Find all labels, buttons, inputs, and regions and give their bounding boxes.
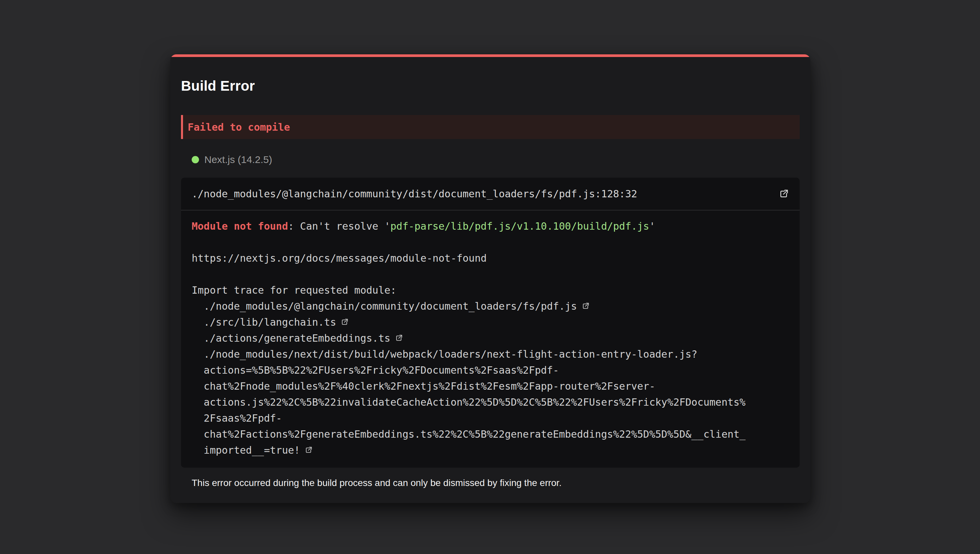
- trace-file-path: ./actions/generateEmbeddings.ts: [204, 332, 390, 344]
- error-message-prefix: : Can't resolve ': [288, 220, 390, 232]
- source-file-header: ./node_modules/@langchain/community/dist…: [181, 178, 800, 210]
- error-output: Module not found: Can't resolve 'pdf-par…: [181, 210, 800, 468]
- environment-row: Next.js (14.2.5): [181, 154, 800, 166]
- external-link-icon[interactable]: [340, 318, 348, 326]
- external-link-icon[interactable]: [395, 334, 403, 342]
- trace-file-path: ./src/lib/langchain.ts: [204, 316, 336, 328]
- trace-item: ./node_modules/@langchain/community/docu…: [192, 298, 789, 314]
- compile-status-banner: Failed to compile: [181, 115, 800, 139]
- docs-url: https://nextjs.org/docs/messages/module-…: [192, 250, 789, 266]
- trace-item-wrapped-loader-url: ./node_modules/next/dist/build/webpack/l…: [192, 346, 789, 458]
- trace-url-segment: imported__=true!: [204, 444, 300, 456]
- trace-url-segment-last: imported__=true!: [204, 443, 789, 458]
- external-link-icon[interactable]: [304, 446, 313, 454]
- environment-label: Next.js (14.2.5): [204, 154, 272, 166]
- trace-url-segment: chat%2Fnode_modules%2F%40clerk%2Fnextjs%…: [204, 378, 789, 394]
- external-link-icon[interactable]: [581, 302, 590, 310]
- unresolved-module-path: pdf-parse/lib/pdf.js/v1.10.100/build/pdf…: [390, 220, 649, 232]
- trace-file-path: ./node_modules/@langchain/community/docu…: [204, 300, 577, 312]
- trace-url-segment: actions=%5B%5B%22%2FUsers%2Fricky%2FDocu…: [204, 362, 789, 378]
- import-trace-heading: Import trace for requested module:: [192, 282, 789, 298]
- compile-status-text: Failed to compile: [188, 121, 290, 133]
- error-message-line: Module not found: Can't resolve 'pdf-par…: [192, 218, 789, 234]
- trace-url-segment: chat%2Factions%2FgenerateEmbeddings.ts%2…: [204, 426, 789, 443]
- trace-url-segment: actions.js%22%2C%5B%22invalidateCacheAct…: [204, 394, 789, 410]
- trace-url-segment: ./node_modules/next/dist/build/webpack/l…: [204, 346, 789, 362]
- external-link-icon[interactable]: [778, 189, 789, 199]
- status-dot-icon: [192, 156, 199, 163]
- trace-url-segment: 2Fsaas%2Fpdf-: [204, 410, 789, 426]
- error-terminal: ./node_modules/@langchain/community/dist…: [181, 178, 800, 468]
- trace-item: ./src/lib/langchain.ts: [192, 314, 789, 330]
- footer-note: This error occurred during the build pro…: [181, 476, 800, 490]
- page-title: Build Error: [181, 78, 800, 94]
- error-message-suffix: ': [649, 220, 655, 232]
- trace-item: ./actions/generateEmbeddings.ts: [192, 330, 789, 346]
- source-file-path: ./node_modules/@langchain/community/dist…: [192, 188, 637, 200]
- error-label: Module not found: [192, 220, 288, 232]
- error-accent-bar: [170, 54, 810, 57]
- build-error-dialog: Build Error Failed to compile Next.js (1…: [170, 54, 810, 503]
